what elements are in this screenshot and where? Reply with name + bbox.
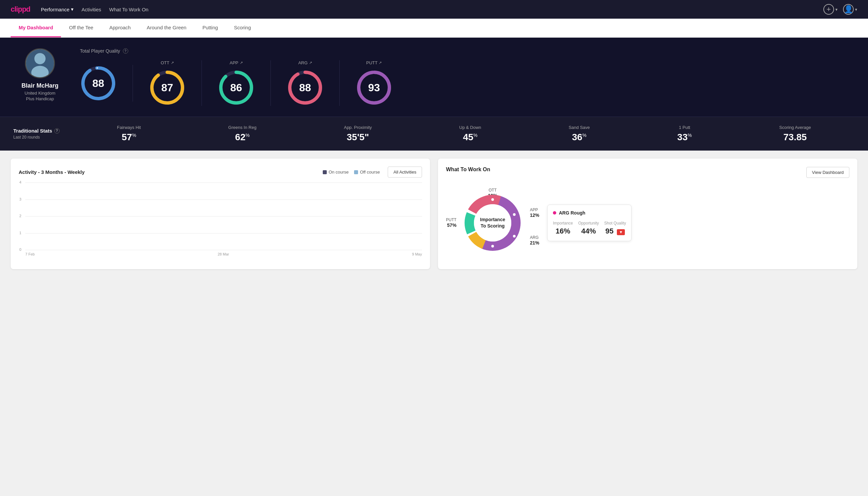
what-to-work-on-card: What To Work On View Dashboard PUTT 57% …: [438, 158, 857, 269]
player-country: United Kingdom: [25, 91, 56, 96]
info-card: ARG Rough Importance 16% Opportunity 44%…: [547, 204, 632, 241]
trad-stats-label: Traditional Stats ? Last 20 rounds: [13, 128, 73, 140]
metric-overall: 88: [80, 65, 133, 102]
donut-chart-wrapper: PUTT 57% OTT 10% APP 12% ARG: [446, 185, 539, 261]
what-to-work-title: What To Work On: [446, 167, 490, 173]
stat-up-down: Up & Down 45%: [459, 125, 481, 143]
svg-point-23: [513, 235, 516, 237]
svg-text:To Scoring: To Scoring: [480, 223, 505, 229]
stat-scoring-average: Scoring Average 73.85: [779, 125, 811, 143]
info-metrics: Importance 16% Opportunity 44% Shot Qual…: [553, 221, 626, 235]
info-metric-importance: Importance 16%: [553, 221, 573, 235]
metrics-section: Total Player Quality ? 88 OTT: [80, 48, 855, 106]
putt-arrow-icon: ↗: [379, 61, 382, 65]
ring-value-putt: 93: [368, 82, 380, 94]
tab-putting[interactable]: Putting: [194, 19, 226, 37]
x-label-feb: 7 Feb: [25, 252, 35, 256]
bottom-section: Activity - 3 Months - Weekly On course O…: [0, 151, 868, 277]
ring-putt: 93: [356, 69, 392, 106]
player-handicap: Plus Handicap: [26, 96, 54, 101]
traditional-stats-section: Traditional Stats ? Last 20 rounds Fairw…: [0, 117, 868, 151]
metric-ott-label: OTT ↗: [161, 60, 174, 65]
nav-what-to-work-on[interactable]: What To Work On: [109, 6, 148, 12]
svg-point-1: [34, 53, 46, 64]
ring-value-app: 86: [230, 82, 242, 94]
tab-bar: My Dashboard Off the Tee Approach Around…: [0, 19, 868, 37]
bars-container: [25, 183, 422, 250]
user-menu-button[interactable]: 👤 ▾: [843, 4, 857, 15]
info-metric-opportunity: Opportunity 44%: [578, 221, 599, 235]
activity-chart-card: Activity - 3 Months - Weekly On course O…: [11, 158, 430, 269]
logo: clippd: [11, 5, 30, 14]
add-button[interactable]: + ▾: [823, 4, 838, 15]
nav-links: Performance ▾ Activities What To Work On: [41, 6, 813, 12]
svg-point-21: [491, 198, 494, 201]
chart-title: Activity - 3 Months - Weekly: [19, 169, 84, 175]
hero-section: Blair McHarg United Kingdom Plus Handica…: [0, 37, 868, 117]
ring-value-arg: 88: [299, 82, 311, 94]
chart-area: 0 1 2 3 4: [19, 183, 422, 256]
info-card-dot: [553, 211, 556, 215]
tab-my-dashboard[interactable]: My Dashboard: [11, 19, 61, 37]
svg-text:Importance: Importance: [480, 217, 505, 222]
stat-app-proximity: App. Proximity 35'5": [344, 125, 372, 143]
player-name: Blair McHarg: [21, 82, 58, 89]
info-card-title: ARG Rough: [553, 210, 626, 216]
chart-legend: On course Off course: [323, 170, 380, 174]
top-nav: clippd Performance ▾ Activities What To …: [0, 0, 868, 19]
stat-1-putt: 1 Putt 33%: [677, 125, 692, 143]
trad-stats-help-icon[interactable]: ?: [54, 128, 60, 134]
ring-app: 86: [218, 69, 254, 106]
legend-on-course: On course: [323, 170, 349, 174]
trad-stats-grid: Fairways Hit 57% Greens In Reg 62% App. …: [73, 125, 855, 143]
player-info: Blair McHarg United Kingdom Plus Handica…: [13, 48, 67, 101]
chart-header: Activity - 3 Months - Weekly On course O…: [19, 167, 422, 177]
stat-sand-save: Sand Save 36%: [569, 125, 590, 143]
svg-point-24: [491, 245, 494, 248]
donut-section: PUTT 57% OTT 10% APP 12% ARG: [446, 185, 849, 261]
metric-app-label: APP ↗: [230, 60, 242, 65]
ott-arrow-icon: ↗: [171, 61, 174, 65]
down-badge-icon: ▼: [617, 229, 625, 235]
donut-label-app: APP 12%: [530, 207, 539, 218]
ring-ott: 87: [149, 69, 186, 106]
app-arrow-icon: ↗: [240, 61, 243, 65]
tab-around-the-green[interactable]: Around the Green: [139, 19, 194, 37]
tab-off-the-tee[interactable]: Off the Tee: [61, 19, 101, 37]
arg-arrow-icon: ↗: [309, 61, 312, 65]
donut-label-arg: ARG 21%: [530, 235, 539, 246]
metric-putt: PUTT ↗ 93: [340, 60, 408, 106]
avatar: [25, 48, 55, 78]
x-label-may: 9 May: [412, 252, 422, 256]
ring-value-overall: 88: [92, 77, 104, 89]
metrics-grid: 88 OTT ↗ 87 AP: [80, 60, 855, 106]
ring-value-ott: 87: [161, 82, 173, 94]
chevron-down-icon: ▾: [71, 6, 74, 12]
ring-arg: 88: [287, 69, 323, 106]
metric-arg: ARG ↗ 88: [271, 60, 340, 106]
what-to-work-header: What To Work On View Dashboard: [446, 167, 849, 178]
nav-performance[interactable]: Performance ▾: [41, 6, 74, 12]
svg-point-22: [513, 213, 516, 216]
stat-fairways-hit: Fairways Hit 57%: [117, 125, 141, 143]
x-label-mar: 28 Mar: [218, 252, 229, 256]
help-icon[interactable]: ?: [123, 48, 128, 53]
metric-app: APP ↗ 86: [202, 60, 271, 106]
metric-ott: OTT ↗ 87: [133, 60, 202, 106]
legend-off-course: Off course: [354, 170, 380, 174]
ring-overall: 88: [80, 65, 116, 102]
nav-right: + ▾ 👤 ▾: [823, 4, 857, 15]
metrics-title: Total Player Quality ?: [80, 48, 855, 53]
view-dashboard-button[interactable]: View Dashboard: [806, 167, 849, 178]
metric-arg-label: ARG ↗: [298, 60, 312, 65]
tab-approach[interactable]: Approach: [101, 19, 139, 37]
metric-putt-label: PUTT ↗: [366, 60, 382, 65]
all-activities-button[interactable]: All Activities: [388, 167, 422, 177]
nav-activities[interactable]: Activities: [82, 6, 101, 12]
off-course-dot: [354, 170, 358, 174]
tab-scoring[interactable]: Scoring: [226, 19, 259, 37]
info-metric-shot-quality: Shot Quality 95 ▼: [604, 221, 626, 235]
trad-stats-subtitle: Last 20 rounds: [13, 135, 73, 140]
svg-point-18: [474, 204, 511, 242]
donut-with-labels: PUTT 57% OTT 10% APP 12% ARG: [446, 185, 539, 261]
